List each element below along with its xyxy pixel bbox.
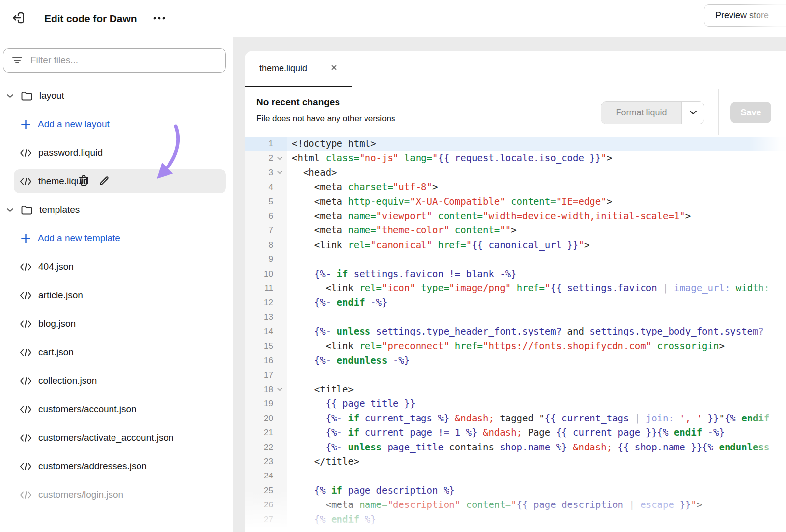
code-line[interactable]: 26 <meta name="description" content="{{ … xyxy=(245,498,786,512)
code-line[interactable]: 15 <link rel="preconnect" href="https://… xyxy=(245,339,786,353)
code-text: <meta charset="utf-8"> xyxy=(287,180,438,194)
code-line[interactable]: 1<!doctype html> xyxy=(245,137,786,151)
code-text: <link rel="canonical" href="{{ canonical… xyxy=(287,238,590,252)
code-text: <html class="no-js" lang="{{ request.loc… xyxy=(287,151,612,165)
tab-theme-liquid[interactable]: theme.liquid xyxy=(245,51,352,87)
line-number: 20 xyxy=(245,411,273,425)
file-customers-activate-account-json[interactable]: customers/activate_account.json xyxy=(0,423,233,452)
code-line[interactable]: 20 {%- if current_tags %} &ndash; tagged… xyxy=(245,411,786,425)
code-line[interactable]: 19 {{ page_title }} xyxy=(245,396,786,411)
format-liquid-button[interactable]: Format liquid xyxy=(601,102,681,124)
more-actions-button[interactable] xyxy=(149,11,170,26)
code-line[interactable]: 12 {%- endif -%} xyxy=(245,295,786,309)
code-text: {%- endunless -%} xyxy=(287,353,410,367)
code-text xyxy=(287,469,292,483)
code-line[interactable]: 6 <meta name="viewport" content="width=d… xyxy=(245,209,786,223)
line-number: 12 xyxy=(245,295,273,309)
tab-close-button[interactable] xyxy=(329,62,339,74)
code-line[interactable]: 24 xyxy=(245,469,786,483)
code-text xyxy=(287,310,292,324)
file-blog-json[interactable]: blog.json xyxy=(0,309,233,338)
code-line[interactable]: 3 <head> xyxy=(245,166,786,180)
code-icon xyxy=(20,434,32,442)
file-customers-addresses-json[interactable]: customers/addresses.json xyxy=(0,452,233,480)
plus-icon xyxy=(21,119,31,130)
code-line[interactable]: 7 <meta name="theme-color" content=""> xyxy=(245,223,786,237)
file-theme-liquid[interactable]: theme.liquid xyxy=(0,167,233,196)
code-text: <head> xyxy=(287,166,337,180)
code-icon xyxy=(20,177,32,186)
edit-button[interactable] xyxy=(98,174,111,189)
code-line[interactable]: 16 {%- endunless -%} xyxy=(245,353,786,367)
line-number: 6 xyxy=(245,209,273,223)
code-line[interactable]: 5 <meta http-equiv="X-UA-Compatible" con… xyxy=(245,195,786,209)
folder-templates[interactable]: templates xyxy=(0,196,233,224)
code-line[interactable]: 11 <link rel="icon" type="image/png" hre… xyxy=(245,281,786,295)
code-line[interactable]: 14 {%- unless settings.type_header_font.… xyxy=(245,324,786,338)
code-text: {% if page_description %} xyxy=(287,483,455,498)
code-line[interactable]: 10 {%- if settings.favicon != blank -%} xyxy=(245,267,786,281)
fold-toggle-icon[interactable] xyxy=(273,157,286,160)
preview-store-button[interactable]: Preview store xyxy=(704,4,786,27)
code-line[interactable]: 18 <title> xyxy=(245,382,786,396)
code-icon xyxy=(20,263,32,271)
file-cart-json[interactable]: cart.json xyxy=(0,338,233,366)
chevron-down-icon[interactable] xyxy=(6,94,14,98)
file-password-liquid[interactable]: password.liquid xyxy=(0,139,233,167)
file-article-json[interactable]: article.json xyxy=(0,281,233,309)
code-text: {% endif %} xyxy=(287,512,376,527)
filter-files-field[interactable] xyxy=(3,48,226,73)
line-number: 8 xyxy=(245,238,273,252)
fold-toggle-icon[interactable] xyxy=(273,388,286,391)
code-text: {%- unless page_title contains shop.name… xyxy=(287,440,769,454)
editor-main: theme.liquid No recent changes File does… xyxy=(233,37,786,532)
exit-editor-button[interactable] xyxy=(10,9,28,27)
pencil-icon xyxy=(99,175,110,188)
code-line[interactable]: 23 </title> xyxy=(245,454,786,469)
plus-icon xyxy=(21,233,31,244)
file-label: cart.json xyxy=(38,347,74,358)
folder-layout[interactable]: layout xyxy=(0,82,233,110)
code-icon xyxy=(20,320,32,328)
code-text: {%- endif -%} xyxy=(287,295,387,309)
file-label: password.liquid xyxy=(38,147,103,158)
code-line[interactable]: 13 xyxy=(245,310,786,324)
code-editor[interactable]: 1<!doctype html>2<html class="no-js" lan… xyxy=(245,137,786,532)
code-line[interactable]: 21 {%- if current_page != 1 %} &ndash; P… xyxy=(245,425,786,440)
line-number: 7 xyxy=(245,223,273,237)
code-line[interactable]: 27 {% endif %} xyxy=(245,512,786,527)
code-line[interactable]: 8 <link rel="canonical" href="{{ canonic… xyxy=(245,238,786,252)
gutter: 3 xyxy=(245,166,287,180)
trash-icon xyxy=(79,175,89,188)
code-text: <title> xyxy=(287,382,354,396)
code-line[interactable]: 4 <meta charset="utf-8"> xyxy=(245,180,786,194)
save-button[interactable]: Save xyxy=(730,102,771,123)
gutter: 11 xyxy=(245,281,287,295)
file-404-json[interactable]: 404.json xyxy=(0,252,233,281)
gutter: 8 xyxy=(245,238,287,252)
delete-button[interactable] xyxy=(78,174,90,189)
add-a-new-template-button[interactable]: Add a new template xyxy=(0,224,233,252)
format-liquid-caret-button[interactable] xyxy=(681,102,704,124)
code-text: {%- if current_page != 1 %} &ndash; Page… xyxy=(287,425,725,440)
file-label: customers/addresses.json xyxy=(38,461,147,472)
code-line[interactable]: 9 xyxy=(245,252,786,266)
code-line[interactable]: 25 {% if page_description %} xyxy=(245,483,786,498)
file-customers-account-json[interactable]: customers/account.json xyxy=(0,395,233,423)
fold-toggle-icon[interactable] xyxy=(273,171,286,174)
code-text: {{ page_title }} xyxy=(287,396,416,411)
file-customers-login-json[interactable]: customers/login.json xyxy=(0,480,233,509)
file-collection-json[interactable]: collection.json xyxy=(0,366,233,395)
gutter: 20 xyxy=(245,411,287,425)
code-text: <meta name="theme-color" content=""> xyxy=(287,223,517,237)
line-number: 10 xyxy=(245,267,273,281)
filter-files-input[interactable] xyxy=(29,55,225,66)
code-icon xyxy=(20,462,32,471)
add-a-new-layout-button[interactable]: Add a new layout xyxy=(0,110,233,139)
chevron-down-icon[interactable] xyxy=(6,208,14,212)
file-label: blog.json xyxy=(38,318,76,329)
code-line[interactable]: 2<html class="no-js" lang="{{ request.lo… xyxy=(245,151,786,165)
code-text: <link rel="icon" type="image/png" href="… xyxy=(287,281,769,295)
code-line[interactable]: 17 xyxy=(245,368,786,382)
code-line[interactable]: 22 {%- unless page_title contains shop.n… xyxy=(245,440,786,454)
